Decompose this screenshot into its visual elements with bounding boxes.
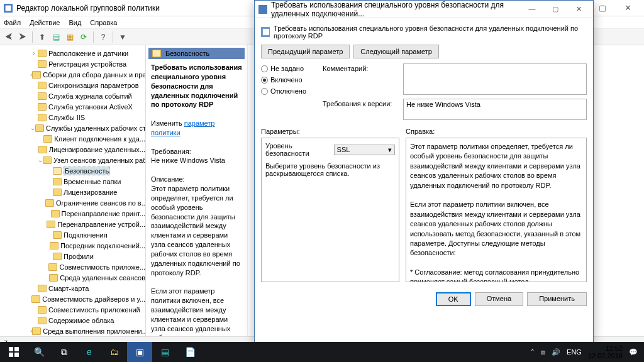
detail-title: Требовать использования специального уро… <box>151 63 242 108</box>
app-icon-2[interactable]: ▤ <box>152 342 177 362</box>
refresh-icon[interactable]: ⟳ <box>77 31 90 43</box>
tree-item[interactable]: Перенаправление устрой... <box>0 219 145 229</box>
tree-item[interactable]: Совместимость приложений <box>0 304 145 315</box>
svg-rect-2 <box>258 5 267 14</box>
radio-not-configured[interactable]: Не задано <box>261 65 318 72</box>
detail-header: Безопасность <box>148 48 245 59</box>
tree-item[interactable]: Безопасность <box>0 165 145 176</box>
svg-rect-5 <box>9 347 13 351</box>
tree-item[interactable]: Профили <box>0 251 145 261</box>
search-icon[interactable]: 🔍 <box>26 342 52 362</box>
dialog-minimize[interactable]: — <box>521 1 543 17</box>
chevron-down-icon: ▾ <box>388 146 392 154</box>
desc-text: Этот параметр политики определяет, требу… <box>151 185 240 277</box>
separator <box>93 31 94 43</box>
tree-item[interactable]: Службы IIS <box>0 112 145 123</box>
clock[interactable]: 12:52 12.02.2018 <box>588 344 623 359</box>
level-hint: Выберите уровень безопасности из раскрыв… <box>265 162 395 177</box>
tree-item[interactable]: ›Расположение и датчики <box>0 48 145 58</box>
dialog-title: Требовать использования специального уро… <box>271 1 521 18</box>
help-label: Справка: <box>406 128 435 135</box>
tree-item[interactable]: Служба журнала событий <box>0 90 145 101</box>
up-icon[interactable]: ⬆ <box>36 31 48 43</box>
menu-file[interactable]: Файл <box>4 19 21 26</box>
svg-rect-6 <box>14 347 19 351</box>
version-box: Не ниже Windows Vista <box>403 99 587 120</box>
tree-item[interactable]: ⌄Службы удаленных рабочих сто... <box>0 123 145 133</box>
back-icon[interactable]: ⮜ <box>3 31 15 43</box>
comment-textarea[interactable] <box>403 63 587 95</box>
next-setting-button[interactable]: Следующий параметр <box>353 45 439 58</box>
separator <box>32 31 33 43</box>
radio-disabled[interactable]: Отключено <box>261 87 318 95</box>
prev-setting-button[interactable]: Предыдущий параметр <box>261 45 350 58</box>
tree-item[interactable]: Лицензирование удаленных... <box>0 144 145 155</box>
tree-item[interactable]: Совместимость приложе... <box>0 261 145 272</box>
tree-item[interactable]: ⌄Узел сеансов удаленных раб... <box>0 155 145 165</box>
svg-rect-7 <box>9 353 13 357</box>
tray-sound-icon[interactable]: 🔊 <box>552 348 560 356</box>
ok-button[interactable]: OK <box>436 292 471 306</box>
tree-item[interactable]: Синхронизация параметров <box>0 80 145 90</box>
taskbar: 🔍 ⧉ e 🗂 ▣ ▤ 📄 ˄ ⧈ 🔊 ENG 12:52 12.02.2018… <box>0 342 644 362</box>
tree-item[interactable]: Подключения <box>0 229 145 240</box>
menu-view[interactable]: Вид <box>69 19 81 26</box>
tree-item[interactable]: Совместимость драйверов и у... <box>0 293 145 304</box>
security-level-select[interactable]: SSL▾ <box>334 145 395 155</box>
tray-net-icon[interactable]: ⧈ <box>541 348 545 356</box>
dialog-header: Требовать использования специального уро… <box>274 25 587 40</box>
radio-enabled[interactable]: Включено <box>261 76 318 84</box>
tree-item[interactable]: Содержимое облака <box>0 315 145 326</box>
notification-icon[interactable]: 💬 <box>629 348 638 356</box>
filter-icon[interactable]: ▼ <box>116 31 129 43</box>
help-icon[interactable]: ? <box>97 31 109 43</box>
tree-item[interactable]: Временные папки <box>0 176 145 187</box>
ie-icon[interactable]: e <box>77 342 102 362</box>
folder-icon <box>152 50 161 57</box>
tree-view[interactable]: ›Расположение и датчикиРегистрация устро… <box>0 45 146 336</box>
app-icon-1[interactable]: ▣ <box>127 342 152 362</box>
tree-item[interactable]: Среда удаленных сеансов <box>0 272 145 283</box>
dialog-maximize[interactable]: ▢ <box>545 1 566 18</box>
tree-item[interactable]: Служба установки ActiveX <box>0 101 145 112</box>
desc-label: Описание: <box>151 175 185 183</box>
app-icon <box>4 4 13 13</box>
tree-item[interactable]: Лицензирование <box>0 187 145 197</box>
tree-item[interactable]: Ограничение сеансов по в... <box>0 197 145 208</box>
close-button[interactable]: ✕ <box>615 0 640 16</box>
tree-item[interactable]: Регистрация устройства <box>0 58 145 69</box>
dialog-close[interactable]: ✕ <box>568 1 589 18</box>
start-button[interactable] <box>1 342 26 362</box>
params-label: Параметры: <box>261 128 399 135</box>
level-label: Уровень безопасности <box>265 142 329 157</box>
tray-up-icon[interactable]: ˄ <box>531 348 535 356</box>
dialog-titlebar: Требовать использования специального уро… <box>255 1 593 18</box>
tree-item[interactable]: Клиент подключения к уда... <box>0 133 145 144</box>
lang-indicator[interactable]: ENG <box>567 348 582 356</box>
tree-item[interactable]: Посредник подключений... <box>0 240 145 251</box>
details-icon[interactable]: ▦ <box>64 31 76 43</box>
dialog-icon <box>258 5 267 14</box>
menu-action[interactable]: Действие <box>30 19 60 26</box>
svg-rect-1 <box>6 5 11 11</box>
edit-label: Изменить <box>151 119 182 127</box>
desc-text2: Если этот параметр политики включен, все… <box>151 287 238 336</box>
app-icon-3[interactable]: 📄 <box>177 342 203 362</box>
apply-button[interactable]: Применить <box>527 292 587 306</box>
tree-item[interactable]: ›Сборки для сбора данных и пре... <box>0 69 145 80</box>
explorer-icon[interactable]: 🗂 <box>102 342 127 362</box>
detail-pane: Безопасность Требовать использования спе… <box>146 45 248 336</box>
help-panel: Этот параметр политики определяет, требу… <box>406 138 587 282</box>
maximize-button[interactable]: ▢ <box>590 0 615 16</box>
req-label: Требования: <box>151 148 191 155</box>
taskview-icon[interactable]: ⧉ <box>52 342 77 362</box>
tree-item[interactable]: Перенаправление принт... <box>0 208 145 219</box>
menu-help[interactable]: Справка <box>90 19 117 26</box>
tree-item[interactable]: Смарт-карта <box>0 283 145 293</box>
cancel-button[interactable]: Отмена <box>475 292 523 306</box>
list-icon[interactable]: ▤ <box>50 31 62 43</box>
req-value: Не ниже Windows Vista <box>151 156 225 164</box>
svg-rect-4 <box>263 29 269 35</box>
tree-item[interactable]: ›Среда выполнения приложени... <box>0 326 145 336</box>
forward-icon[interactable]: ⮞ <box>16 31 29 43</box>
